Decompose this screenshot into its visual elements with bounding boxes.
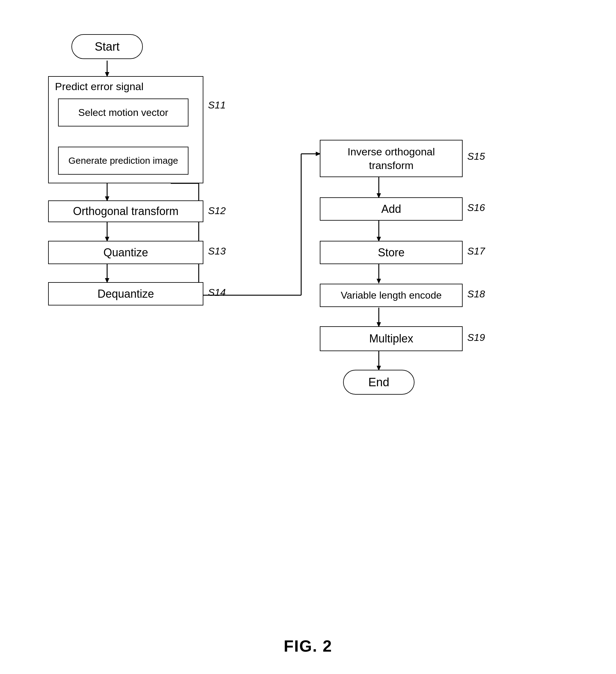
orthogonal-label: Orthogonal transform <box>73 205 178 218</box>
select-motion-label: Select motion vector <box>78 107 168 118</box>
s18-label: S18 <box>467 289 485 300</box>
end-node: End <box>343 370 415 395</box>
variable-length-box: Variable length encode <box>320 284 463 307</box>
s12-label: S12 <box>208 205 226 217</box>
dequantize-label: Dequantize <box>98 288 154 301</box>
select-motion-box: Select motion vector <box>58 99 188 126</box>
s19-label: S19 <box>467 332 485 343</box>
inverse-ortho-box: Inverse orthogonal transform <box>320 140 463 177</box>
variable-length-label: Variable length encode <box>341 290 442 301</box>
dequantize-box: Dequantize <box>48 282 203 306</box>
s17-label: S17 <box>467 245 485 257</box>
figure-caption: FIG. 2 <box>284 637 332 655</box>
add-label: Add <box>381 203 401 216</box>
gen-prediction-box: Generate prediction image <box>58 147 188 175</box>
end-label: End <box>368 376 390 389</box>
store-label: Store <box>378 246 405 259</box>
s15-label: S15 <box>467 151 485 162</box>
s11-label: S11 <box>208 99 226 111</box>
s13-label: S13 <box>208 245 226 257</box>
start-node: Start <box>71 34 143 59</box>
svg-marker-15 <box>376 279 381 284</box>
orthogonal-box: Orthogonal transform <box>48 201 203 222</box>
store-box: Store <box>320 241 463 264</box>
flowchart-container: Start Predict error signal Select motion… <box>31 25 590 615</box>
multiplex-label: Multiplex <box>369 332 413 345</box>
multiplex-box: Multiplex <box>320 326 463 351</box>
gen-prediction-label: Generate prediction image <box>68 155 178 166</box>
quantize-box: Quantize <box>48 241 203 264</box>
add-box: Add <box>320 197 463 221</box>
s14-label: S14 <box>208 287 226 298</box>
quantize-label: Quantize <box>104 246 148 259</box>
predict-error-label: Predict error signal <box>55 81 143 93</box>
inverse-ortho-label: Inverse orthogonal transform <box>347 145 435 172</box>
start-label: Start <box>95 40 120 53</box>
predict-error-outer-box: Predict error signal Select motion vecto… <box>48 76 203 183</box>
s16-label: S16 <box>467 202 485 214</box>
